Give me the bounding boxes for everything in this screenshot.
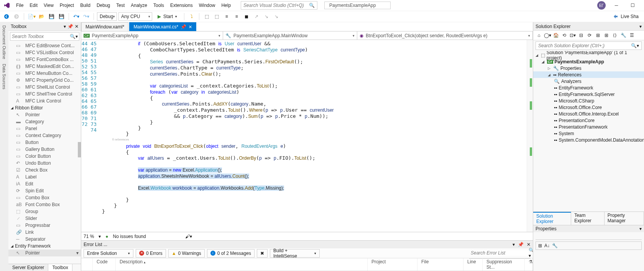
- toolbox-item-pointer[interactable]: ↖Pointer▾: [8, 250, 81, 256]
- props-icon[interactable]: ⟨⟩: [611, 32, 618, 39]
- solution-root[interactable]: ◢⬚Solution 'PaymentsExampleApp' (1 of 1 …: [533, 52, 644, 58]
- toolbox-item[interactable]: ⚙MFC PropertyGrid Co...: [8, 77, 81, 84]
- solution-search[interactable]: 🔍▾: [536, 41, 642, 50]
- member-combo[interactable]: ◉BtnExportToExcel_Click(object sender, R…: [357, 31, 533, 40]
- toolbox-item[interactable]: AMFC Link Control: [8, 97, 81, 104]
- menu-view[interactable]: View: [41, 1, 57, 10]
- col-line[interactable]: Line: [463, 258, 483, 271]
- toolbox-item[interactable]: aBFont Combo Box: [8, 201, 81, 208]
- tab-team-explorer[interactable]: Team Explorer: [571, 212, 605, 225]
- warnings-filter[interactable]: ▲0 Warnings: [168, 249, 205, 258]
- reference-item[interactable]: 🔍Analyzers: [533, 78, 644, 84]
- class-combo[interactable]: 🔧PaymentsExampleApp.MainWindow: [223, 31, 357, 40]
- toolbox-item[interactable]: ▭Context Category: [8, 132, 81, 139]
- save-button[interactable]: 💾: [47, 12, 56, 21]
- col-suppression[interactable]: Suppression St...: [483, 258, 525, 271]
- bookmark-icon[interactable]: ◼: [242, 12, 251, 21]
- toolbox-item[interactable]: ▭Combo Box: [8, 194, 81, 201]
- pin2-icon[interactable]: ☰: [628, 32, 635, 39]
- data-sources-tab[interactable]: Data Sources: [2, 64, 7, 89]
- toolbox-group-ribbon[interactable]: ◢Ribbon Editor: [8, 104, 81, 111]
- project-combo[interactable]: C#PaymentsExampleApp: [81, 31, 223, 40]
- toolbox-item[interactable]: ▭Gallery Button: [8, 146, 81, 153]
- messages-filter[interactable]: i0 of 2 Messages: [207, 249, 255, 258]
- scrollbar-thumb[interactable]: [78, 142, 81, 157]
- nav-icon3[interactable]: ↘: [272, 12, 281, 21]
- toolbox-search[interactable]: 🔍▾: [10, 32, 79, 41]
- reference-item[interactable]: ▪▪Microsoft.Office.Core: [533, 104, 644, 111]
- reference-item[interactable]: ▪▪System.ComponentModel.DataAnnotations: [533, 137, 644, 143]
- toolbox-item[interactable]: ⟋Slider: [8, 215, 81, 222]
- toolbox-item[interactable]: ▭Button: [8, 139, 81, 146]
- toolbox-group-ef[interactable]: ◢Entity Framework: [8, 243, 81, 250]
- properties-node[interactable]: ▷🔧Properties: [533, 65, 644, 71]
- toolbox-item[interactable]: ▭MFC MenuButton Co...: [8, 70, 81, 77]
- toolbox-item[interactable]: ☑Check Box: [8, 167, 81, 174]
- reference-item[interactable]: ▪▪PresentationCore: [533, 117, 644, 124]
- home-icon[interactable]: ⌂: [536, 32, 542, 39]
- forward-button[interactable]: [12, 12, 21, 21]
- platform-combo[interactable]: Any CPU: [118, 12, 152, 21]
- pin-icon[interactable]: 📌: [181, 24, 186, 30]
- menu-debug[interactable]: Debug: [94, 1, 113, 10]
- menu-build[interactable]: Build: [77, 1, 94, 10]
- build-source-combo[interactable]: Build + IntelliSense▾: [270, 249, 320, 258]
- toolbox-item[interactable]: ▭MFC ShellTree Control: [8, 91, 81, 97]
- toolbox-item[interactable]: ▭Progressbar: [8, 222, 81, 229]
- collapse-icon[interactable]: ⊟: [578, 32, 585, 39]
- sync-icon[interactable]: ⟲: [561, 32, 568, 39]
- tab-property-manager[interactable]: Property Manager: [605, 212, 644, 225]
- toolbox-item[interactable]: ▭Color Button: [8, 153, 81, 160]
- comment-icon[interactable]: ≡: [222, 12, 231, 21]
- zoom-level[interactable]: 71 %: [84, 234, 94, 239]
- toolbox-item[interactable]: ▬Category: [8, 118, 81, 125]
- scope-combo[interactable]: Entire Solution▾: [84, 249, 133, 258]
- toolbox-item[interactable]: ▭MFC FontComboBox ...: [8, 56, 81, 63]
- menu-test[interactable]: Test: [113, 1, 128, 10]
- new-project-button[interactable]: 📄▾: [27, 12, 36, 21]
- categorized-icon[interactable]: ⊞: [538, 243, 542, 248]
- quick-launch-search[interactable]: 🔍: [241, 1, 317, 10]
- toolbox-item[interactable]: ▭MFC VSListBox Control: [8, 49, 81, 56]
- menu-project[interactable]: Project: [57, 1, 77, 10]
- error-list-search[interactable]: 🔍▾: [469, 248, 531, 259]
- code-editor[interactable]: 44 45 46 47 48 49 50 51 52 53 54 55 56 5…: [81, 40, 533, 232]
- reference-item[interactable]: ▪▪EntityFramework: [533, 84, 644, 91]
- menu-tools[interactable]: Tools: [150, 1, 167, 10]
- pin-icon[interactable]: 📌: [518, 242, 524, 247]
- configuration-combo[interactable]: Debug: [97, 12, 117, 21]
- wrench-icon[interactable]: 🔧: [552, 243, 558, 248]
- col-description[interactable]: Description ▴: [116, 258, 368, 271]
- menu-edit[interactable]: Edit: [26, 1, 41, 10]
- tab-mainwindow-cs[interactable]: MainWindow.xaml.cs*📌✕: [129, 22, 196, 31]
- live-share-button[interactable]: Live Sha: [613, 14, 642, 19]
- toolbox-item[interactable]: ▭Panel: [8, 125, 81, 132]
- document-outline-tab[interactable]: Document Outline: [2, 25, 7, 59]
- tab-solution-explorer[interactable]: Solution Explorer: [533, 212, 571, 225]
- toolbox-item[interactable]: ▭MFC ShellList Control: [8, 84, 81, 91]
- code-content[interactable]: if (ComboUsers.SelectedItem is User curr…: [100, 40, 527, 232]
- show-all-icon[interactable]: ⟳: [586, 32, 593, 39]
- col-icon[interactable]: [81, 258, 93, 271]
- nav-icon[interactable]: ↗: [252, 12, 261, 21]
- toolbox-item[interactable]: ↖Pointer: [8, 111, 81, 118]
- redo-button[interactable]: ↷▾: [82, 12, 90, 21]
- reference-item[interactable]: ▪▪EntityFramework.SqlServer: [533, 91, 644, 97]
- open-button[interactable]: 📂: [37, 12, 46, 21]
- dropdown-icon[interactable]: ▾: [64, 24, 66, 29]
- toolbox-item[interactable]: iAEdit: [8, 180, 81, 187]
- maximize-button[interactable]: ☐: [627, 2, 638, 9]
- menu-file[interactable]: File: [13, 1, 26, 10]
- save-all-button[interactable]: 💾: [57, 12, 66, 21]
- back-button[interactable]: [2, 12, 11, 21]
- reference-item[interactable]: ▪▪Microsoft.CSharp: [533, 97, 644, 104]
- nav-icon2[interactable]: ↘: [262, 12, 271, 21]
- alphabetical-icon[interactable]: A↓: [544, 243, 550, 248]
- dropdown-icon[interactable]: ▾: [639, 24, 642, 29]
- toolbox-item[interactable]: ↶Undo Button: [8, 160, 81, 167]
- menu-window[interactable]: Window: [196, 1, 219, 10]
- toolbox-item[interactable]: 🔗Link: [8, 229, 81, 236]
- minimize-button[interactable]: ─: [611, 2, 622, 9]
- step-button[interactable]: ⤵: [187, 12, 196, 21]
- overview-ruler[interactable]: [527, 40, 533, 232]
